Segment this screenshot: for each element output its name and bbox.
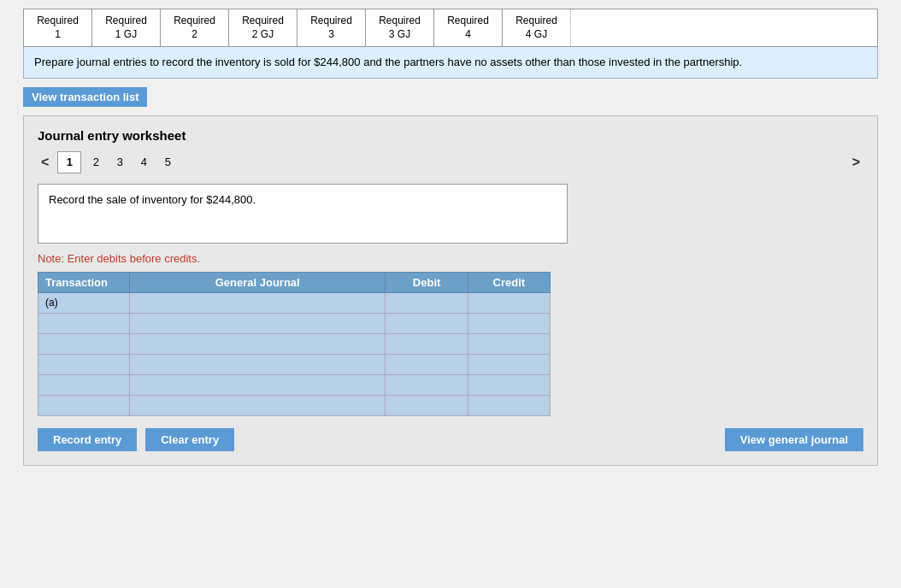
col-header-debit: Debit bbox=[386, 272, 468, 292]
tab-2[interactable]: Required1 GJ bbox=[92, 9, 161, 46]
info-bar: Prepare journal entries to record the in… bbox=[23, 47, 878, 79]
debit-cell-2[interactable] bbox=[386, 333, 468, 354]
credit-cell-5[interactable] bbox=[468, 395, 550, 415]
table-row bbox=[38, 313, 551, 333]
journal-cell-1[interactable] bbox=[129, 313, 386, 333]
transaction-cell-3[interactable] bbox=[38, 354, 130, 374]
table-row bbox=[38, 354, 551, 374]
credit-cell-3[interactable] bbox=[468, 354, 550, 374]
nav-num-3[interactable]: 3 bbox=[110, 151, 129, 173]
info-text: Prepare journal entries to record the in… bbox=[34, 56, 742, 68]
tab-4[interactable]: Required2 GJ bbox=[229, 9, 297, 46]
journal-cell-3[interactable] bbox=[129, 354, 386, 374]
transaction-cell-1[interactable] bbox=[38, 313, 130, 333]
tab-1[interactable]: Required1 bbox=[24, 9, 92, 46]
record-entry-button[interactable]: Record entry bbox=[38, 428, 137, 451]
nav-num-5[interactable]: 5 bbox=[158, 151, 177, 173]
nav-num-4[interactable]: 4 bbox=[134, 151, 153, 173]
debit-cell-3[interactable] bbox=[386, 354, 468, 374]
table-row bbox=[38, 374, 551, 395]
bottom-buttons: Record entry Clear entry View general jo… bbox=[38, 428, 863, 451]
note-text: Note: Enter debits before credits. bbox=[38, 252, 863, 265]
description-box: Record the sale of inventory for $244,80… bbox=[38, 184, 568, 244]
table-row bbox=[38, 333, 551, 354]
transaction-cell-2[interactable] bbox=[38, 333, 130, 354]
worksheet-box: Journal entry worksheet < 1 2 3 4 5 > Re… bbox=[23, 115, 878, 466]
debit-cell-0[interactable] bbox=[386, 292, 468, 313]
table-row bbox=[38, 395, 551, 415]
transaction-cell-5[interactable] bbox=[38, 395, 130, 415]
col-header-general-journal: General Journal bbox=[129, 272, 386, 292]
view-general-journal-button[interactable]: View general journal bbox=[725, 428, 863, 451]
worksheet-title: Journal entry worksheet bbox=[38, 128, 863, 143]
tab-6[interactable]: Required3 GJ bbox=[366, 9, 434, 46]
nav-row: < 1 2 3 4 5 > bbox=[38, 151, 863, 173]
nav-next-arrow[interactable]: > bbox=[849, 155, 863, 170]
credit-cell-1[interactable] bbox=[468, 313, 550, 333]
transaction-cell-0[interactable]: (a) bbox=[38, 292, 130, 313]
col-header-transaction: Transaction bbox=[38, 272, 130, 292]
journal-cell-4[interactable] bbox=[129, 374, 386, 395]
view-transaction-list-button[interactable]: View transaction list bbox=[23, 87, 147, 107]
transaction-cell-4[interactable] bbox=[38, 374, 130, 395]
col-header-credit: Credit bbox=[468, 272, 550, 292]
debit-cell-1[interactable] bbox=[386, 313, 468, 333]
tab-7[interactable]: Required4 bbox=[434, 9, 503, 46]
description-text: Record the sale of inventory for $244,80… bbox=[49, 193, 256, 206]
tab-3[interactable]: Required2 bbox=[161, 9, 229, 46]
nav-num-1[interactable]: 1 bbox=[57, 151, 81, 173]
credit-cell-2[interactable] bbox=[468, 333, 550, 354]
credit-cell-0[interactable] bbox=[468, 292, 550, 313]
debit-cell-5[interactable] bbox=[386, 395, 468, 415]
nav-prev-arrow[interactable]: < bbox=[38, 155, 52, 170]
credit-cell-4[interactable] bbox=[468, 374, 550, 395]
tabs-row: Required1Required1 GJRequired2Required2 … bbox=[23, 9, 878, 47]
journal-cell-5[interactable] bbox=[129, 395, 386, 415]
journal-cell-0[interactable] bbox=[129, 292, 386, 313]
journal-cell-2[interactable] bbox=[129, 333, 386, 354]
main-container: Required1Required1 GJRequired2Required2 … bbox=[23, 9, 878, 579]
table-row: (a) bbox=[38, 292, 551, 313]
nav-num-2[interactable]: 2 bbox=[86, 151, 105, 173]
tab-5[interactable]: Required3 bbox=[297, 9, 366, 46]
journal-table: Transaction General Journal Debit Credit… bbox=[38, 272, 551, 416]
clear-entry-button[interactable]: Clear entry bbox=[145, 428, 234, 451]
debit-cell-4[interactable] bbox=[386, 374, 468, 395]
tab-8[interactable]: Required4 GJ bbox=[503, 9, 571, 46]
